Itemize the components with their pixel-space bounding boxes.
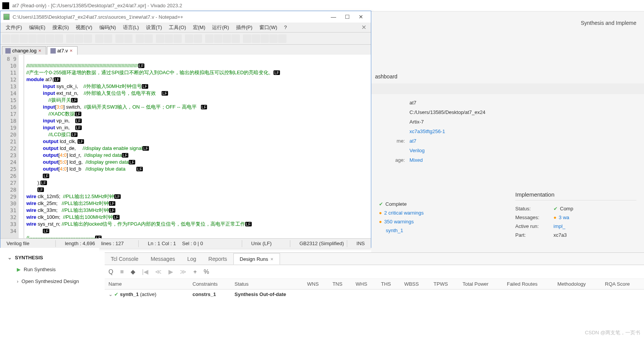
- nav-open-synth[interactable]: ›Open Synthesized Design: [8, 275, 92, 287]
- redo-icon[interactable]: [104, 34, 112, 43]
- close-icon[interactable]: [37, 34, 45, 43]
- save-macro-icon[interactable]: [278, 34, 286, 43]
- menu-file[interactable]: 文件(F): [3, 23, 25, 32]
- tab-messages[interactable]: Messages: [144, 254, 181, 264]
- tab-changelog[interactable]: change.log✕: [2, 46, 46, 55]
- folder-icon[interactable]: [214, 34, 222, 43]
- table-row[interactable]: ⌄✔synth_1 (active) constrs_1 Synthesis O…: [105, 290, 644, 299]
- menubar-close-icon[interactable]: ✕: [359, 24, 369, 31]
- tab-close-icon[interactable]: ✕: [38, 49, 43, 53]
- menu-macro[interactable]: 宏(M): [190, 23, 209, 32]
- chevron-down-icon: ⌄: [8, 255, 12, 260]
- play-icon[interactable]: ▶: [168, 268, 173, 275]
- synth-crit-warn[interactable]: 2 critical warnings: [384, 210, 424, 216]
- col-tns[interactable]: TNS: [328, 279, 352, 290]
- sync-v-icon[interactable]: [156, 34, 164, 43]
- stop-icon[interactable]: [252, 34, 260, 43]
- col-wbss[interactable]: WBSS: [400, 279, 430, 290]
- new-icon[interactable]: [2, 34, 10, 43]
- menu-edit[interactable]: 编辑(E): [26, 23, 49, 32]
- undo-icon[interactable]: [95, 34, 104, 43]
- code-area[interactable]: ////////////////////////////////////////…: [19, 55, 371, 238]
- doc-icon[interactable]: [223, 34, 231, 43]
- next-icon[interactable]: ≫: [180, 268, 186, 275]
- add-icon[interactable]: +: [193, 268, 197, 275]
- tab-close-icon[interactable]: ✕: [70, 49, 74, 53]
- indent-icon[interactable]: [194, 34, 202, 43]
- col-tpws[interactable]: TPWS: [430, 279, 459, 290]
- minimize-button[interactable]: —: [327, 12, 340, 21]
- col-failed[interactable]: Failed Routes: [503, 279, 553, 290]
- playm-icon[interactable]: [269, 34, 278, 43]
- col-name[interactable]: Name: [105, 279, 189, 290]
- menu-settings[interactable]: 设置(T): [143, 23, 165, 32]
- maximize-button[interactable]: ☐: [340, 12, 354, 21]
- menu-search[interactable]: 搜索(S): [49, 23, 72, 32]
- tab-log[interactable]: Log: [181, 254, 202, 264]
- record-icon[interactable]: [243, 34, 251, 43]
- menu-encoding[interactable]: 编码(N): [96, 23, 119, 32]
- col-wns[interactable]: WNS: [303, 279, 328, 290]
- search-icon[interactable]: Q: [108, 268, 113, 275]
- wrap-icon[interactable]: [173, 34, 182, 43]
- menu-language[interactable]: 语言(L): [120, 23, 142, 32]
- menu-plugins[interactable]: 插件(P): [233, 23, 256, 32]
- save-icon[interactable]: [19, 34, 28, 43]
- first-icon[interactable]: |◀: [142, 268, 148, 275]
- prev-icon[interactable]: ≪: [155, 268, 162, 275]
- chevron-down-icon[interactable]: ⌄: [108, 291, 113, 297]
- npp-title-bar[interactable]: C:\Users\13585\Desktop\at7_ex24\at7.srcs…: [0, 11, 371, 23]
- menu-view[interactable]: 视图(V): [73, 23, 95, 32]
- check-icon: ✔: [553, 206, 558, 211]
- menu-run[interactable]: 运行(R): [209, 23, 232, 32]
- status-sel: Sel : 0 | 0: [179, 241, 206, 246]
- play-icon[interactable]: [261, 34, 269, 43]
- copy-icon[interactable]: [75, 34, 83, 43]
- synth-warn[interactable]: 350 warnings: [384, 219, 414, 224]
- menu-window[interactable]: 窗口(W): [256, 23, 280, 32]
- collapse-icon[interactable]: ≡: [120, 268, 123, 275]
- percent-icon[interactable]: %: [204, 268, 209, 275]
- expand-icon[interactable]: ◆: [131, 268, 135, 275]
- tab-reports[interactable]: Reports: [202, 254, 233, 264]
- tab-at7v[interactable]: at7.v✕: [47, 46, 78, 55]
- closeall-icon[interactable]: [46, 34, 54, 43]
- close-button[interactable]: ✕: [354, 12, 368, 21]
- showall-icon[interactable]: [185, 34, 193, 43]
- monitor-icon[interactable]: [231, 34, 240, 43]
- top-module[interactable]: at7: [409, 138, 416, 144]
- tab-close-icon[interactable]: ×: [270, 256, 273, 262]
- zoomout-icon[interactable]: [144, 34, 153, 43]
- col-ths[interactable]: THS: [377, 279, 400, 290]
- code-editor[interactable]: 8 9 10 11 12 13 14 15 16 17 18 19 20 21 …: [0, 55, 371, 238]
- col-constraints[interactable]: Constraints: [189, 279, 231, 290]
- col-whs[interactable]: WHS: [352, 279, 377, 290]
- tab-design-runs[interactable]: Design Runs×: [233, 253, 280, 265]
- impl-msg[interactable]: 3 wa: [559, 215, 569, 220]
- device-part[interactable]: xc7a35tftg256-1: [409, 129, 445, 134]
- menu-help[interactable]: ?: [281, 24, 290, 31]
- tab-tcl[interactable]: Tcl Console: [105, 254, 144, 264]
- impl-run[interactable]: impl_: [553, 223, 565, 229]
- sync-h-icon[interactable]: [165, 34, 173, 43]
- print-icon[interactable]: [55, 34, 63, 43]
- menu-tools[interactable]: 工具(O): [166, 23, 189, 32]
- func-icon[interactable]: [205, 34, 214, 43]
- zoomin-icon[interactable]: [136, 34, 144, 43]
- npp-tab-bar: change.log✕ at7.v✕: [0, 45, 371, 55]
- saveall-icon[interactable]: [28, 34, 37, 43]
- col-power[interactable]: Total Power: [459, 279, 503, 290]
- paste-icon[interactable]: [84, 34, 92, 43]
- col-status[interactable]: Status: [231, 279, 303, 290]
- cut-icon[interactable]: [66, 34, 74, 43]
- find-icon[interactable]: [115, 34, 124, 43]
- col-rqa[interactable]: RQA Score: [601, 279, 644, 290]
- target-lang[interactable]: Verilog: [409, 148, 425, 153]
- nav-synthesis[interactable]: ⌄SYNTHESIS: [8, 252, 92, 264]
- open-icon[interactable]: [11, 34, 19, 43]
- col-meth[interactable]: Methodology: [553, 279, 601, 290]
- synth-run[interactable]: synth_1: [386, 228, 403, 233]
- nav-run-synthesis[interactable]: ▶Run Synthesis: [8, 264, 92, 275]
- sim-lang[interactable]: Mixed: [409, 157, 423, 163]
- replace-icon[interactable]: [124, 34, 133, 43]
